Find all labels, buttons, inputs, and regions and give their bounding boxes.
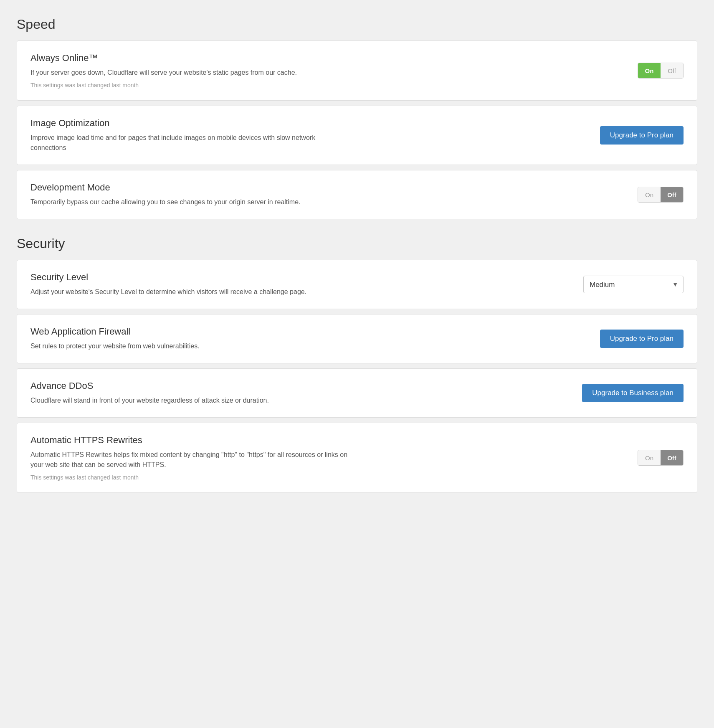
image-optimization-upgrade-button[interactable]: Upgrade to Pro plan (600, 126, 684, 145)
image-optimization-title: Image Optimization (30, 118, 558, 129)
waf-upgrade-button[interactable]: Upgrade to Pro plan (600, 330, 684, 348)
https-rewrites-toggle-on[interactable]: On (638, 450, 661, 465)
waf-content: Web Application Firewall Set rules to pr… (30, 326, 575, 351)
always-online-title: Always Online™ (30, 53, 558, 63)
security-section-title: Security (17, 236, 697, 251)
security-level-description: Adjust your website's Security Level to … (30, 287, 348, 297)
development-mode-content: Development Mode Temporarily bypass our … (30, 182, 575, 207)
waf-description: Set rules to protect your website from w… (30, 341, 348, 351)
security-level-row: Security Level Adjust your website's Sec… (17, 260, 697, 309)
image-optimization-row: Image Optimization Improve image load ti… (17, 106, 697, 165)
development-mode-toggle-off[interactable]: Off (661, 187, 683, 202)
always-online-control: On Off (575, 63, 684, 79)
image-optimization-content: Image Optimization Improve image load ti… (30, 118, 575, 153)
speed-section-title: Speed (17, 17, 697, 32)
image-optimization-description: Improve image load time and for pages th… (30, 133, 348, 153)
development-mode-row: Development Mode Temporarily bypass our … (17, 170, 697, 219)
development-mode-description: Temporarily bypass our cache allowing yo… (30, 197, 348, 207)
security-level-content: Security Level Adjust your website's Sec… (30, 272, 575, 297)
development-mode-control: On Off (575, 187, 684, 203)
image-optimization-control: Upgrade to Pro plan (575, 126, 684, 145)
waf-title: Web Application Firewall (30, 326, 558, 337)
always-online-toggle[interactable]: On Off (638, 63, 684, 79)
development-mode-toggle[interactable]: On Off (638, 187, 684, 203)
security-level-title: Security Level (30, 272, 558, 283)
https-rewrites-description: Automatic HTTPS Rewrites helps fix mixed… (30, 450, 348, 470)
security-level-select[interactable]: Low Medium High I'm Under Attack! (590, 281, 677, 289)
ddos-control: Upgrade to Business plan (575, 384, 684, 402)
ddos-description: Cloudflare will stand in front of your w… (30, 396, 348, 406)
development-mode-toggle-on[interactable]: On (638, 187, 661, 202)
always-online-timestamp: This settings was last changed last mont… (30, 82, 558, 89)
ddos-upgrade-button[interactable]: Upgrade to Business plan (582, 384, 684, 402)
security-level-select-wrapper[interactable]: Low Medium High I'm Under Attack! ▼ (583, 276, 684, 293)
security-level-control: Low Medium High I'm Under Attack! ▼ (575, 276, 684, 293)
waf-row: Web Application Firewall Set rules to pr… (17, 314, 697, 363)
always-online-content: Always Online™ If your server goes down,… (30, 53, 575, 89)
https-rewrites-toggle-off[interactable]: Off (661, 450, 683, 465)
always-online-toggle-on[interactable]: On (638, 63, 661, 78)
https-rewrites-title: Automatic HTTPS Rewrites (30, 435, 558, 446)
ddos-content: Advance DDoS Cloudflare will stand in fr… (30, 380, 575, 406)
https-rewrites-content: Automatic HTTPS Rewrites Automatic HTTPS… (30, 435, 575, 481)
https-rewrites-control: On Off (575, 450, 684, 466)
development-mode-title: Development Mode (30, 182, 558, 193)
https-rewrites-toggle[interactable]: On Off (638, 450, 684, 466)
https-rewrites-row: Automatic HTTPS Rewrites Automatic HTTPS… (17, 423, 697, 493)
ddos-title: Advance DDoS (30, 380, 558, 391)
ddos-row: Advance DDoS Cloudflare will stand in fr… (17, 368, 697, 418)
https-rewrites-timestamp: This settings was last changed last mont… (30, 474, 558, 481)
always-online-row: Always Online™ If your server goes down,… (17, 41, 697, 101)
always-online-description: If your server goes down, Cloudflare wil… (30, 68, 348, 78)
waf-control: Upgrade to Pro plan (575, 330, 684, 348)
always-online-toggle-off[interactable]: Off (661, 63, 683, 78)
